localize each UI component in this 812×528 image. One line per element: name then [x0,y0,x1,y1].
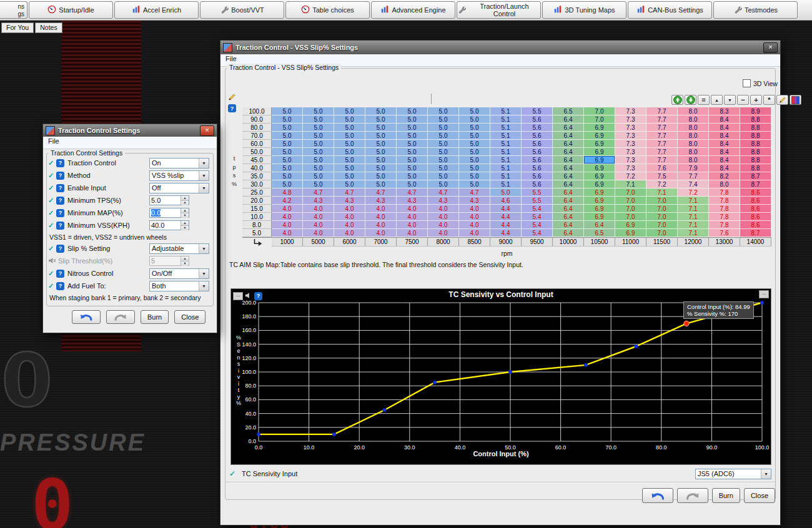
table-cell[interactable]: 5.0 [428,124,459,132]
table-cell[interactable]: 5.0 [334,140,365,148]
undo-button[interactable] [72,310,101,324]
table-cell[interactable]: 7.3 [615,124,646,132]
table-cell[interactable]: 6.4 [553,156,584,164]
table-cell[interactable]: 5.0 [459,140,490,148]
table-cell[interactable]: 5.5 [522,188,553,197]
table-cell[interactable]: 6.5 [584,229,615,237]
help-icon[interactable]: ? [228,104,236,112]
table-cell[interactable]: 8.8 [740,124,771,132]
decrease-green-icon[interactable] [685,95,696,105]
toolbar-button-boost-vvt[interactable]: Boost/VVT [200,1,284,19]
nitrous-control-dropdown[interactable]: On/Off▼ [149,268,209,279]
table-cell[interactable]: 6.9 [584,124,615,132]
table-cell[interactable]: 5.0 [365,115,397,124]
table-cell[interactable]: 5.1 [490,172,522,180]
table-cell[interactable]: 5.0 [397,172,428,180]
table-cell[interactable]: 5.0 [428,180,459,188]
table-cell[interactable]: 5.0 [397,156,428,164]
chevron-down-icon[interactable]: ▼ [199,269,209,278]
table-cell[interactable]: 6.9 [584,205,615,213]
table-cell[interactable]: 4.3 [303,197,334,205]
equals-icon[interactable]: = [698,95,710,105]
table-cell[interactable]: 5.6 [522,148,553,156]
table-cell[interactable]: 5.0 [272,115,303,124]
toolbar-button-startup-idle[interactable]: Startup/Idle [29,1,113,19]
column-header[interactable]: 9000 [490,237,522,247]
table-cell[interactable]: 5.0 [428,164,459,172]
ellipsis-icon[interactable]: ... [759,290,769,298]
table-cell[interactable]: 7.8 [709,205,740,213]
table-cell[interactable]: 7.2 [678,188,709,197]
table-cell[interactable]: 6.4 [553,180,584,188]
table-cell[interactable]: 5.1 [490,132,522,140]
table-cell[interactable]: 7.3 [615,156,646,164]
table-cell[interactable]: 6.9 [584,172,615,180]
table-cell[interactable]: 7.8 [709,197,740,205]
table-cell[interactable]: 7.1 [678,213,709,221]
table-cell[interactable]: 8.4 [709,132,740,140]
chevron-down-icon[interactable]: ▼ [199,244,209,253]
table-cell[interactable]: 7.6 [709,229,740,237]
table-cell[interactable]: 7.7 [646,107,678,115]
table-cell[interactable]: 4.3 [334,197,365,205]
table-cell[interactable]: 7.0 [615,188,646,197]
table-cell[interactable]: 4.0 [334,229,365,237]
help-icon[interactable]: ? [56,282,64,290]
table-cell[interactable]: 5.0 [334,156,365,164]
table-cell[interactable]: 5.6 [522,115,553,124]
table-cell[interactable]: 5.0 [334,124,365,132]
row-header[interactable]: 90.0 [242,115,272,124]
table-cell[interactable]: 5.0 [303,172,334,180]
column-header[interactable]: 14000 [740,237,771,247]
plus-icon[interactable]: + [750,95,762,105]
table-cell[interactable]: 5.0 [397,115,428,124]
table-cell[interactable]: 8.3 [709,107,740,115]
close-icon[interactable]: × [200,125,214,136]
table-cell[interactable]: 5.6 [522,172,553,180]
table-cell[interactable]: 5.0 [459,148,490,156]
table-cell[interactable]: 7.8 [709,213,740,221]
table-cell[interactable]: 8.0 [678,132,709,140]
table-cell[interactable]: 4.0 [428,229,459,237]
toolbar-partial-button[interactable]: ns gs [0,1,27,19]
table-cell[interactable]: 4.0 [428,213,459,221]
enable-input-dropdown[interactable]: Off▼ [149,183,209,193]
slip-setting-dropdown[interactable]: Adjustable▼ [149,243,209,254]
table-cell[interactable]: 5.0 [490,188,522,197]
tab-for-you[interactable]: For You [1,22,34,33]
table-cell[interactable]: 5.0 [365,172,397,180]
table-cell[interactable]: 7.2 [646,180,678,188]
table-cell[interactable]: 5.4 [522,205,553,213]
table-cell[interactable]: 6.9 [584,180,615,188]
table-cell[interactable]: 4.2 [272,197,303,205]
table-cell[interactable]: 5.0 [428,140,459,148]
table-cell[interactable]: 7.0 [584,107,615,115]
table-cell[interactable]: 4.0 [365,229,397,237]
table-cell[interactable]: 8.2 [709,172,740,180]
table-cell[interactable]: 7.7 [646,124,678,132]
table-cell[interactable]: 6.9 [615,229,646,237]
table-cell[interactable]: 5.0 [428,107,459,115]
row-header[interactable]: 25.0 [242,188,272,197]
column-header[interactable]: 7500 [397,237,428,247]
toolbar-button-can-bus-settings[interactable]: CAN-Bus Settings [628,1,712,19]
column-header[interactable]: 11000 [615,237,646,247]
table-cell[interactable]: 8.8 [740,140,771,148]
table-cell[interactable]: 7.8 [709,221,740,229]
table-cell[interactable]: 7.0 [646,221,678,229]
sensitivity-input-dropdown[interactable]: JS5 (ADC6) ▼ [695,469,771,479]
table-cell[interactable]: 5.0 [397,124,428,132]
table-cell[interactable]: 5.5 [522,197,553,205]
table-cell[interactable]: 5.0 [303,148,334,156]
toolbar-button-table-choices[interactable]: Table choices [285,1,370,19]
table-cell[interactable]: 7.3 [615,140,646,148]
table-cell[interactable]: 8.6 [740,213,771,221]
table-cell[interactable]: 7.9 [678,164,709,172]
table-cell[interactable]: 8.4 [709,156,740,164]
table-cell[interactable]: 5.1 [490,140,522,148]
table-cell[interactable]: 7.7 [646,115,678,124]
close-button[interactable]: Close [174,310,205,324]
table-cell[interactable]: 7.7 [646,156,678,164]
table-cell[interactable]: 4.3 [397,197,428,205]
row-header[interactable]: 60.0 [242,140,272,148]
